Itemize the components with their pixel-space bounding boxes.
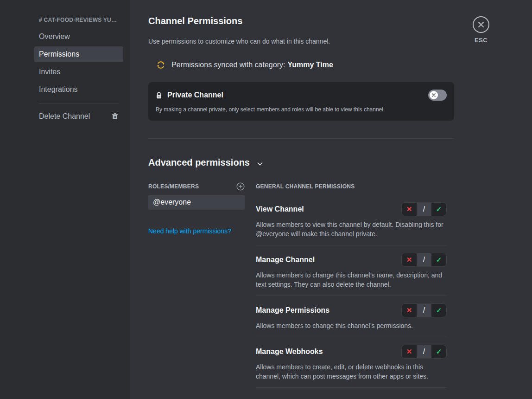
private-channel-title: Private Channel — [167, 91, 423, 99]
permission-description: Allows members to change this channel’s … — [256, 270, 447, 289]
toggle-knob-x-icon — [430, 91, 438, 99]
permission-description: Allows members to create, edit, or delet… — [256, 362, 447, 381]
page-title: Channel Permissions — [148, 16, 454, 26]
permission-name: Manage Permissions — [256, 306, 329, 315]
page-subtitle: Use permissions to customize who can do … — [148, 38, 454, 45]
general-permissions-column: GENERAL CHANNEL PERMISSIONS View Channel… — [256, 182, 447, 388]
advanced-permissions-title: Advanced permissions — [148, 157, 250, 168]
permission-segmented-control: ✕ / ✓ — [401, 303, 447, 317]
sidebar-divider — [39, 103, 119, 103]
deny-button[interactable]: ✕ — [402, 304, 417, 317]
private-channel-card: Private Channel By making a channel priv… — [148, 82, 454, 121]
allow-button[interactable]: ✓ — [431, 203, 446, 216]
sidebar-item-overview[interactable]: Overview — [34, 29, 123, 45]
permission-row-manage-permissions: Manage Permissions ✕ / ✓ Allows members … — [256, 296, 447, 337]
trash-icon — [111, 113, 119, 120]
roles-members-column: ROLES/MEMBERS @everyone Need help with p… — [148, 182, 245, 388]
deny-button[interactable]: ✕ — [402, 345, 417, 358]
private-channel-description: By making a channel private, only select… — [156, 106, 447, 113]
permissions-panel: Channel Permissions Use permissions to c… — [130, 0, 532, 399]
general-permissions-header: GENERAL CHANNEL PERMISSIONS — [256, 183, 355, 190]
delete-channel-button[interactable]: Delete Channel — [34, 109, 123, 124]
permissions-help-link[interactable]: Need help with permissions? — [148, 227, 231, 235]
sidebar-item-invites[interactable]: Invites — [34, 64, 123, 80]
permission-description: Allows members to change this channel’s … — [256, 321, 447, 330]
permission-segmented-control: ✕ / ✓ — [401, 253, 447, 267]
sync-icon — [156, 60, 165, 70]
close-button[interactable] — [473, 16, 489, 33]
deny-button[interactable]: ✕ — [402, 203, 417, 216]
deny-button[interactable]: ✕ — [402, 253, 417, 266]
passthrough-button[interactable]: / — [417, 253, 431, 266]
channel-settings-header: # CAT-FOOD-REVIEWS YU… — [34, 17, 123, 23]
chevron-down-icon — [256, 160, 264, 167]
passthrough-button[interactable]: / — [417, 345, 431, 358]
close-settings: ESC — [472, 16, 490, 44]
permission-name: Manage Channel — [256, 256, 315, 264]
add-role-member-button[interactable] — [236, 182, 245, 191]
settings-sidebar: # CAT-FOOD-REVIEWS YU… Overview Permissi… — [0, 0, 130, 399]
sync-notice-text: Permissions synced with category:Yummy T… — [171, 61, 333, 69]
permission-segmented-control: ✕ / ✓ — [401, 345, 447, 359]
advanced-permissions-toggle[interactable]: Advanced permissions — [148, 157, 454, 168]
lock-icon — [156, 91, 162, 99]
permission-segmented-control: ✕ / ✓ — [401, 202, 447, 216]
allow-button[interactable]: ✓ — [431, 345, 446, 358]
esc-label: ESC — [472, 37, 490, 44]
sidebar-item-permissions[interactable]: Permissions — [34, 46, 123, 62]
passthrough-button[interactable]: / — [417, 304, 431, 317]
permission-row-manage-channel: Manage Channel ✕ / ✓ Allows members to c… — [256, 245, 447, 296]
role-item-everyone[interactable]: @everyone — [148, 195, 245, 210]
allow-button[interactable]: ✓ — [431, 253, 446, 266]
close-icon — [477, 20, 485, 29]
permission-name: View Channel — [256, 205, 304, 213]
permission-description: Allows members to view this channel by d… — [256, 220, 447, 238]
delete-channel-label: Delete Channel — [39, 112, 90, 121]
roles-members-header: ROLES/MEMBERS — [148, 183, 199, 190]
section-divider — [148, 138, 454, 139]
private-channel-toggle[interactable] — [428, 90, 447, 101]
permission-name: Manage Webhooks — [256, 348, 323, 356]
permission-row-view-channel: View Channel ✕ / ✓ Allows members to vie… — [256, 195, 447, 245]
permission-row-manage-webhooks: Manage Webhooks ✕ / ✓ Allows members to … — [256, 337, 447, 388]
sync-notice: Permissions synced with category:Yummy T… — [148, 60, 454, 70]
sidebar-item-integrations[interactable]: Integrations — [34, 82, 123, 97]
sync-category-name: Yummy Time — [287, 61, 333, 69]
passthrough-button[interactable]: / — [417, 203, 431, 216]
allow-button[interactable]: ✓ — [431, 304, 446, 317]
